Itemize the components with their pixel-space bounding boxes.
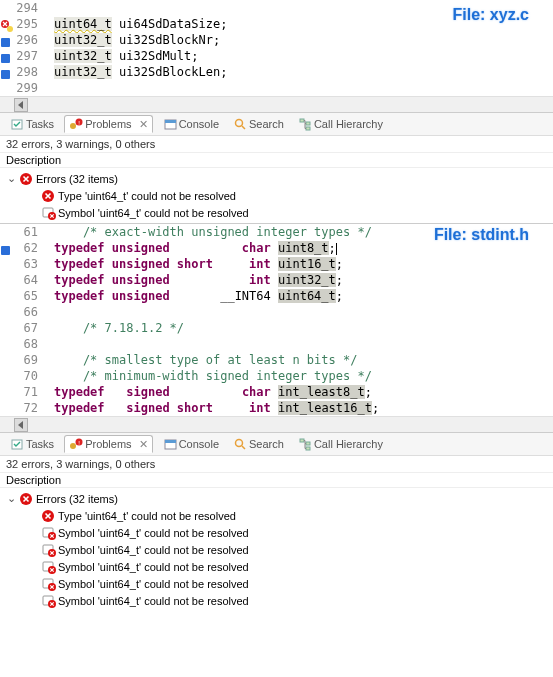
line-number: 63 xyxy=(0,257,42,271)
problem-text: Symbol 'uint64_t' could not be resolved xyxy=(56,578,249,590)
code-line[interactable]: 64typedef unsigned int uint32_t; xyxy=(0,272,553,288)
line-number: 298 xyxy=(0,65,42,79)
column-description-2[interactable]: Description xyxy=(0,472,553,488)
code-text: typedef unsigned char uint8_t; xyxy=(54,241,337,255)
code-text: /* 7.18.1.2 */ xyxy=(54,321,184,335)
problem-item[interactable]: Symbol 'uint64_t' could not be resolved xyxy=(0,575,553,592)
tab-label: Console xyxy=(179,118,219,130)
code-text: uint32_t ui32SdMult; xyxy=(54,49,199,63)
code-line[interactable]: 63typedef unsigned short int uint16_t; xyxy=(0,256,553,272)
search-icon xyxy=(233,117,247,131)
tab-label: Tasks xyxy=(26,438,54,450)
code-line[interactable]: 299 xyxy=(0,80,553,96)
problem-item[interactable]: Symbol 'uint64_t' could not be resolved xyxy=(0,204,553,221)
tab-close-x[interactable]: ✕ xyxy=(139,118,148,131)
line-number: 68 xyxy=(0,337,42,351)
twisty-down-icon[interactable]: ⌄ xyxy=(4,172,18,185)
problem-item[interactable]: Symbol 'uint64_t' could not be resolved xyxy=(0,592,553,609)
tab-console[interactable]: Console xyxy=(159,116,223,132)
code-line[interactable]: 62typedef unsigned char uint8_t; xyxy=(0,240,553,256)
breakpoint-icon[interactable] xyxy=(0,243,12,255)
tab-call-hierarchy[interactable]: Call Hierarchy xyxy=(294,116,387,132)
status-counts-1: 32 errors, 3 warnings, 0 others xyxy=(0,136,553,152)
problem-item[interactable]: Type 'uint64_t' could not be resolved xyxy=(0,187,553,204)
code-line[interactable]: 298uint32_t ui32SdBlockLen; xyxy=(0,64,553,80)
problem-item[interactable]: Type 'uint64_t' could not be resolved xyxy=(0,507,553,524)
code-text: typedef signed char int_least8_t; xyxy=(54,385,372,399)
code-line[interactable]: 71typedef signed char int_least8_t; xyxy=(0,384,553,400)
problem-item[interactable]: Symbol 'uint64_t' could not be resolved xyxy=(0,524,553,541)
errors-group-label: Errors (32 items) xyxy=(34,493,118,505)
line-number: 62 xyxy=(0,241,42,255)
code-line[interactable]: 68 xyxy=(0,336,553,352)
error-icon xyxy=(40,508,56,524)
problems-icon xyxy=(69,437,83,451)
breakpoint-icon[interactable] xyxy=(0,35,12,47)
error-icon xyxy=(40,188,56,204)
code-line[interactable]: 295uint64_t ui64SdDataSize; xyxy=(0,16,553,32)
code-line[interactable]: 296uint32_t ui32SdBlockNr; xyxy=(0,32,553,48)
problem-text: Type 'uint64_t' could not be resolved xyxy=(56,190,236,202)
line-number: 295 xyxy=(0,17,42,31)
line-number: 66 xyxy=(0,305,42,319)
code-line[interactable]: 72typedef signed short int int_least16_t… xyxy=(0,400,553,416)
tab-problems[interactable]: Problems ✕ xyxy=(64,435,153,453)
problem-item[interactable]: Symbol 'uint64_t' could not be resolved xyxy=(0,541,553,558)
code-line[interactable]: 65typedef unsigned __INT64 uint64_t; xyxy=(0,288,553,304)
line-number: 69 xyxy=(0,353,42,367)
line-number: 71 xyxy=(0,385,42,399)
tab-tasks[interactable]: Tasks xyxy=(6,116,58,132)
tree-errors-group[interactable]: ⌄ Errors (32 items) xyxy=(0,490,553,507)
code-line[interactable]: 61 /* exact-width unsigned integer types… xyxy=(0,224,553,240)
tab-console[interactable]: Console xyxy=(159,436,223,452)
tasks-icon xyxy=(10,117,24,131)
hscroll-left-arrow[interactable] xyxy=(14,418,28,432)
code-text: typedef unsigned __INT64 uint64_t; xyxy=(54,289,343,303)
error-bulb-icon[interactable] xyxy=(0,19,12,31)
warning-multi-icon xyxy=(40,576,56,592)
code-line[interactable]: 297uint32_t ui32SdMult; xyxy=(0,48,553,64)
search-icon xyxy=(233,437,247,451)
tab-problems[interactable]: Problems ✕ xyxy=(64,115,153,133)
tree-errors-group[interactable]: ⌄ Errors (32 items) xyxy=(0,170,553,187)
breakpoint-icon[interactable] xyxy=(0,51,12,63)
tasks-icon xyxy=(10,437,24,451)
tab-search[interactable]: Search xyxy=(229,116,288,132)
errors-group-label: Errors (32 items) xyxy=(34,173,118,185)
problem-item[interactable]: Symbol 'uint64_t' could not be resolved xyxy=(0,558,553,575)
code-line[interactable]: 66 xyxy=(0,304,553,320)
status-counts-2: 32 errors, 3 warnings, 0 others xyxy=(0,456,553,472)
warning-multi-icon xyxy=(40,525,56,541)
code-text: typedef unsigned short int uint16_t; xyxy=(54,257,343,271)
hscrollbar-top[interactable] xyxy=(0,96,553,112)
line-number: 64 xyxy=(0,273,42,287)
problems-icon xyxy=(69,117,83,131)
code-text: typedef unsigned int uint32_t; xyxy=(54,273,343,287)
line-number: 294 xyxy=(0,1,42,15)
code-line[interactable]: 294 xyxy=(0,0,553,16)
column-description-1[interactable]: Description xyxy=(0,152,553,168)
code-text: /* exact-width unsigned integer types */ xyxy=(54,225,372,239)
code-text: /* minimum-width signed integer types */ xyxy=(54,369,372,383)
code-line[interactable]: 69 /* smallest type of at least n bits *… xyxy=(0,352,553,368)
tab-label: Console xyxy=(179,438,219,450)
tab-close-x[interactable]: ✕ xyxy=(139,438,148,451)
hscrollbar-mid[interactable] xyxy=(0,416,553,432)
twisty-down-icon[interactable]: ⌄ xyxy=(4,492,18,505)
console-icon xyxy=(163,117,177,131)
problems-tree-1: ⌄ Errors (32 items) Type 'uint64_t' coul… xyxy=(0,168,553,223)
code-line[interactable]: 67 /* 7.18.1.2 */ xyxy=(0,320,553,336)
breakpoint-icon[interactable] xyxy=(0,67,12,79)
tabbar-2: Tasks Problems ✕ Console Search Call Hie… xyxy=(0,432,553,456)
tab-label: Search xyxy=(249,118,284,130)
tab-call-hierarchy[interactable]: Call Hierarchy xyxy=(294,436,387,452)
code-text: uint32_t ui32SdBlockLen; xyxy=(54,65,227,79)
hscroll-left-arrow[interactable] xyxy=(14,98,28,112)
code-text: /* smallest type of at least n bits */ xyxy=(54,353,357,367)
editor-xyz: File: xyz.c 294295uint64_t ui64SdDataSiz… xyxy=(0,0,553,112)
code-line[interactable]: 70 /* minimum-width signed integer types… xyxy=(0,368,553,384)
tab-search[interactable]: Search xyxy=(229,436,288,452)
problem-text: Type 'uint64_t' could not be resolved xyxy=(56,510,236,522)
tab-label: Problems xyxy=(85,118,131,130)
tab-tasks[interactable]: Tasks xyxy=(6,436,58,452)
